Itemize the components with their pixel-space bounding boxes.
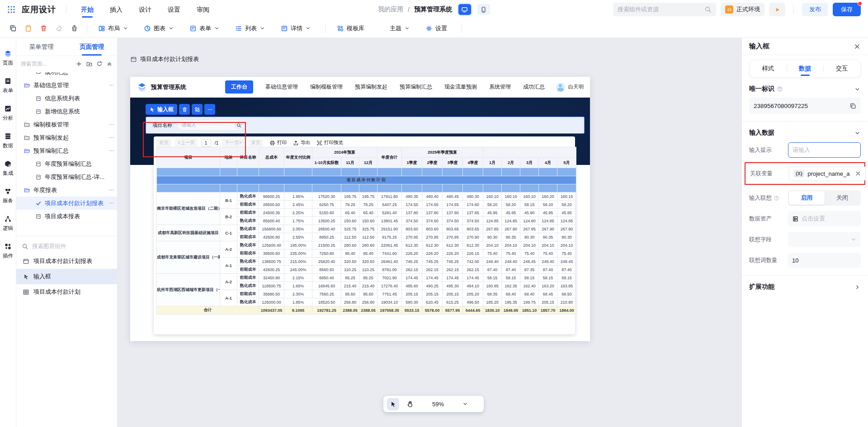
run-preview-button[interactable] bbox=[769, 3, 785, 16]
question-icon[interactable] bbox=[774, 195, 779, 201]
tree-item[interactable]: 年度预算编制汇总-详... bbox=[16, 170, 117, 183]
rail-item-集成[interactable]: 集成 bbox=[3, 160, 13, 177]
tree-item[interactable]: 基础信息管理 bbox=[16, 79, 117, 92]
toolbar-group-详情[interactable]: 详情 bbox=[276, 22, 316, 35]
rail-item-表单[interactable]: 表单 bbox=[3, 77, 13, 94]
chevron-down-icon[interactable] bbox=[854, 86, 861, 93]
menu-tab-设计[interactable]: 设计 bbox=[139, 0, 151, 19]
pager-first[interactable]: 首页 bbox=[156, 139, 171, 147]
toolbar-group-主题[interactable]: 主题 bbox=[375, 22, 415, 35]
preview-nav-现金流量预测[interactable]: 现金流量预测 bbox=[444, 83, 477, 91]
pager-prev[interactable]: <上一页 bbox=[175, 139, 198, 147]
resource-search-input[interactable]: 搜索组件或资源 bbox=[613, 3, 716, 16]
project-name-input[interactable]: 请输入 bbox=[177, 120, 245, 131]
search-icon[interactable] bbox=[235, 121, 243, 129]
save-button[interactable]: 保存 bbox=[833, 3, 861, 16]
menu-tab-插入[interactable]: 插入 bbox=[110, 0, 123, 19]
tree-item[interactable]: 编制模板管理 bbox=[16, 118, 117, 131]
tree-item[interactable]: 预算编制汇总 bbox=[16, 144, 117, 157]
layer-item[interactable]: 项目成本付款计划报表 bbox=[16, 253, 117, 269]
property-tab-交互[interactable]: 交互 bbox=[823, 60, 860, 78]
eraser-button[interactable] bbox=[52, 22, 65, 35]
tree-item[interactable]: 年度预算编制汇总 bbox=[16, 157, 117, 170]
layer-item[interactable]: 输入框 bbox=[16, 269, 117, 284]
rail-item-数据[interactable]: 数据 bbox=[3, 132, 13, 149]
desktop-view-button[interactable] bbox=[458, 4, 471, 15]
property-tab-数据[interactable]: 数据 bbox=[787, 60, 824, 78]
app-grid-icon[interactable] bbox=[7, 5, 15, 14]
delete-button[interactable] bbox=[37, 22, 50, 35]
linked-variable-field[interactable]: {X} project_name_a bbox=[789, 166, 866, 181]
pager-page-input[interactable]: 1 bbox=[201, 139, 211, 147]
input-hint-field[interactable]: 请输入 bbox=[788, 142, 861, 158]
preview-nav-编制模板管理[interactable]: 编制模板管理 bbox=[310, 83, 343, 91]
tree-item[interactable]: 信息系统列表 bbox=[16, 92, 117, 105]
tree-item[interactable]: 新增信息系统 bbox=[16, 105, 117, 118]
close-icon[interactable] bbox=[854, 43, 861, 50]
environment-button[interactable]: 正式环境 bbox=[721, 3, 764, 16]
preview-user[interactable]: 白天明 bbox=[556, 83, 584, 92]
chevron-down-icon[interactable] bbox=[854, 130, 861, 136]
tree-item[interactable]: 项目成本报表 bbox=[16, 210, 117, 223]
tree-item[interactable]: 预算编制发起 bbox=[16, 131, 117, 144]
pager-next[interactable]: 下一页> bbox=[222, 139, 245, 147]
pager-last[interactable]: 末页 bbox=[248, 139, 263, 147]
preview-nav-预算编制汇总[interactable]: 预算编制汇总 bbox=[400, 83, 432, 91]
left-tab-页面管理[interactable]: 页面管理 bbox=[67, 38, 118, 56]
print-button[interactable]: 打印 bbox=[269, 140, 287, 146]
menu-tab-设置[interactable]: 设置 bbox=[168, 0, 180, 19]
more-actions-button[interactable] bbox=[204, 104, 215, 115]
data-asset-field[interactable]: 点击设置 bbox=[788, 211, 861, 226]
preview-nav-基础信息管理[interactable]: 基础信息管理 bbox=[265, 83, 298, 91]
preview-nav-工作台[interactable]: 工作台 bbox=[225, 80, 253, 94]
toolbar-group-表单[interactable]: 表单 bbox=[185, 22, 224, 35]
extension-section[interactable]: 扩展功能 bbox=[742, 283, 868, 291]
toolbar-group-列表[interactable]: 列表 bbox=[231, 22, 270, 35]
clear-variable-icon[interactable] bbox=[855, 170, 861, 177]
copy-button[interactable] bbox=[6, 22, 19, 35]
suggest-disable-option[interactable]: 关闭 bbox=[825, 191, 860, 205]
input-component[interactable]: 项目名称 请输入 bbox=[146, 117, 585, 134]
tree-item[interactable]: 年度报表 bbox=[16, 183, 117, 197]
question-icon[interactable] bbox=[777, 86, 783, 92]
add-folder-icon[interactable] bbox=[86, 61, 93, 67]
rail-item-逻辑[interactable]: 逻辑 bbox=[3, 215, 13, 232]
mobile-view-button[interactable] bbox=[477, 4, 490, 15]
toolbar-group-图表[interactable]: 图表 bbox=[139, 22, 179, 35]
layer-item[interactable]: 项目成本付款计划 bbox=[16, 284, 117, 300]
rail-item-页面[interactable]: 页面 bbox=[3, 50, 13, 66]
refresh-icon[interactable] bbox=[96, 61, 103, 67]
clone-component-button[interactable] bbox=[192, 104, 203, 115]
add-page-icon[interactable] bbox=[75, 61, 82, 67]
selected-component-pill[interactable]: 输入框 bbox=[146, 104, 177, 115]
publish-button[interactable]: 发布 bbox=[802, 3, 828, 16]
tree-item[interactable]: 项目成本付款计划报表 bbox=[16, 197, 117, 210]
rail-item-分析[interactable]: 分析 bbox=[3, 105, 13, 122]
left-tab-菜单管理[interactable]: 菜单管理 bbox=[16, 38, 67, 56]
menu-tab-开始[interactable]: 开始 bbox=[81, 0, 94, 19]
print-preview-button[interactable]: 打印预览 bbox=[316, 140, 343, 146]
property-tab-样式[interactable]: 样式 bbox=[750, 60, 787, 78]
design-canvas[interactable]: 项目成本付款计划报表 预算管理系统 工作台基础信息管理编制模板管理预算编制发起预… bbox=[118, 38, 741, 427]
page-preview[interactable]: 预算管理系统 工作台基础信息管理编制模板管理预算编制发起预算编制汇总现金流量预测… bbox=[130, 77, 590, 341]
toolbar-group-模板库[interactable]: 模板库 bbox=[332, 22, 369, 35]
clear-button[interactable] bbox=[68, 22, 80, 35]
pan-tool-button[interactable] bbox=[404, 398, 416, 410]
preview-nav-系统管理[interactable]: 系统管理 bbox=[489, 83, 511, 91]
layer-search-input[interactable]: 搜索图层组件 bbox=[32, 243, 66, 250]
rail-item-服务[interactable]: 服务 bbox=[3, 188, 13, 204]
page-search-input[interactable]: 搜索页面... bbox=[21, 60, 72, 68]
suggest-enable-option[interactable]: 启用 bbox=[789, 191, 825, 205]
unique-id-field[interactable]: 2389567080097225 bbox=[749, 98, 861, 114]
export-button[interactable]: 导出 bbox=[293, 140, 310, 146]
delete-component-button[interactable] bbox=[179, 104, 190, 115]
collapse-all-icon[interactable] bbox=[106, 61, 113, 67]
copy-icon[interactable] bbox=[849, 103, 856, 109]
toolbar-group-布局[interactable]: 布局 bbox=[94, 22, 133, 35]
menu-tab-审阅[interactable]: 审阅 bbox=[197, 0, 209, 19]
select-tool-button[interactable] bbox=[387, 398, 399, 410]
breadcrumb-parent[interactable]: 我的应用 bbox=[378, 5, 403, 14]
suggest-field-select[interactable] bbox=[788, 232, 861, 247]
preview-nav-成功汇总[interactable]: 成功汇总 bbox=[523, 83, 545, 91]
suggest-count-field[interactable]: 10 bbox=[788, 253, 861, 268]
